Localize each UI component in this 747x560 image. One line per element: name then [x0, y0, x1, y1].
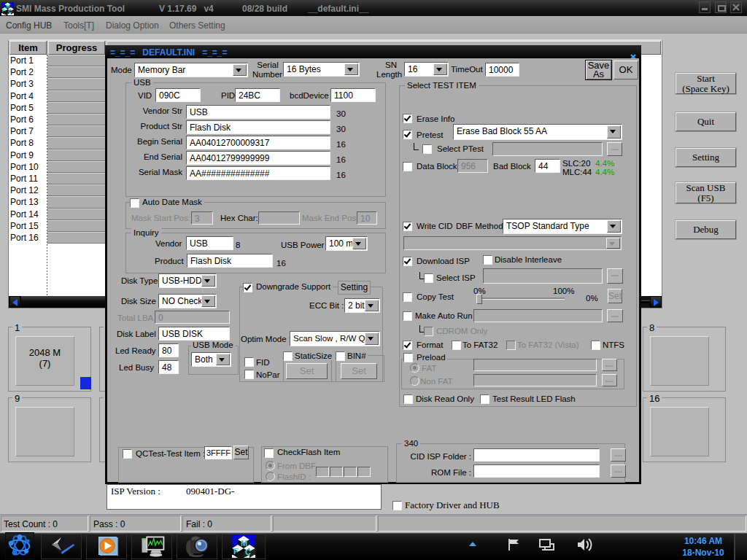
- svg-text:F: F: [233, 547, 239, 556]
- svg-text:C: C: [245, 548, 251, 556]
- svg-text:F: F: [2, 8, 5, 13]
- svg-text:M: M: [241, 539, 247, 548]
- svg-text:C: C: [9, 9, 12, 14]
